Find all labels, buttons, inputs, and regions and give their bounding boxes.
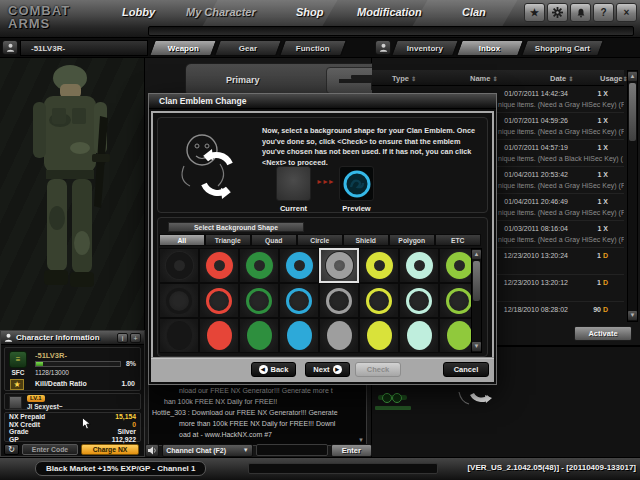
swatch-thin-0[interactable] bbox=[159, 283, 199, 318]
swatch-shape bbox=[446, 288, 472, 314]
chat-enter-button[interactable]: Enter bbox=[331, 444, 372, 457]
status-bar: Black Market +15% EXP/GP - Channel 1 [VE… bbox=[0, 457, 640, 480]
chat-controls: Channel Chat (F2) ▼ Enter bbox=[145, 442, 372, 458]
column-type[interactable]: Type ⇕ bbox=[392, 74, 416, 83]
scrollbar-thumb[interactable] bbox=[473, 261, 480, 301]
swatch-scrollbar[interactable]: ▲ ▼ bbox=[471, 248, 482, 353]
row-desc: nique items. (Need a Gray HiSec Key) (F bbox=[498, 182, 624, 189]
cancel-button[interactable]: Cancel bbox=[443, 362, 489, 377]
tab-label: Inventory bbox=[407, 44, 443, 53]
tab-gear[interactable]: Gear bbox=[214, 40, 282, 56]
shape-tab-shield[interactable]: Shield bbox=[343, 234, 389, 246]
tab-weapon[interactable]: Weapon bbox=[149, 40, 217, 56]
shape-tab-circle[interactable]: Circle bbox=[297, 234, 343, 246]
swatch-thin-6[interactable] bbox=[399, 283, 439, 318]
section-tab-bar: -51LV3R- WeaponGearFunction InventoryInb… bbox=[0, 38, 640, 58]
stat-row: GradeSilver bbox=[5, 428, 140, 436]
swatch-thick-0[interactable] bbox=[159, 248, 199, 283]
person-icon bbox=[4, 333, 13, 342]
status-strip bbox=[248, 463, 438, 474]
swatch-fill-4[interactable] bbox=[319, 318, 359, 353]
swatch-thin-3[interactable] bbox=[279, 283, 319, 318]
tab-shopping-cart[interactable]: Shopping Cart bbox=[521, 40, 604, 56]
swatch-thick-4-selected[interactable] bbox=[319, 248, 359, 283]
swatch-shape bbox=[286, 252, 313, 279]
column-name[interactable]: Name ⇕ bbox=[470, 74, 498, 83]
scroll-up-icon[interactable]: ▲ bbox=[628, 72, 637, 81]
usage-unit: X bbox=[603, 225, 608, 232]
shape-tab-all[interactable]: All bbox=[159, 234, 205, 246]
friend-info-icon[interactable]: i bbox=[117, 333, 128, 343]
swatch-fill-0[interactable] bbox=[159, 318, 199, 353]
swatch-fill-3[interactable] bbox=[279, 318, 319, 353]
swatch-fill-1[interactable] bbox=[199, 318, 239, 353]
column-usage[interactable]: Usage⇕ bbox=[600, 74, 628, 83]
kd-ratio-label: Kill/Death Ratio bbox=[35, 380, 87, 387]
nav-item-modification[interactable]: Modification bbox=[357, 6, 422, 18]
close-icon[interactable]: × bbox=[616, 3, 637, 22]
chat-channel-dropdown[interactable]: Channel Chat (F2) ▼ bbox=[162, 444, 252, 457]
row-usage: 1 D bbox=[597, 252, 608, 259]
inbox-scrollbar[interactable]: ▲ ▼ bbox=[627, 70, 638, 322]
swatch-thick-5[interactable] bbox=[359, 248, 399, 283]
refresh-icon[interactable]: ↻ bbox=[4, 444, 19, 455]
version-string: [VER_US_2.1042.05(48)] - [20110409-13301… bbox=[467, 463, 636, 472]
charge-nx-button[interactable]: Charge NX bbox=[81, 444, 139, 455]
tab-function[interactable]: Function bbox=[279, 40, 347, 56]
character-information-panel: Character Information i + ≡ SFC -51LV3R-… bbox=[0, 330, 145, 457]
scrollbar-thumb[interactable] bbox=[629, 83, 636, 141]
row-desc: nique items. (Need a Black HiSec Key) ( bbox=[498, 155, 623, 162]
star-icon[interactable]: ★ bbox=[524, 3, 545, 22]
shape-tab-etc[interactable]: ETC bbox=[435, 234, 481, 246]
tab-inbox[interactable]: Inbox bbox=[456, 40, 524, 56]
scroll-up-icon[interactable]: ▲ bbox=[472, 250, 481, 259]
clan-box: LV.1 Jl Sexyest~ bbox=[4, 393, 141, 410]
activate-button[interactable]: Activate bbox=[574, 326, 632, 341]
scroll-down-icon[interactable]: ▼ bbox=[472, 342, 481, 351]
usage-unit: X bbox=[603, 198, 608, 205]
speaker-icon[interactable] bbox=[145, 444, 159, 457]
help-icon[interactable]: ? bbox=[593, 3, 614, 22]
shape-tab-polygon[interactable]: Polygon bbox=[389, 234, 435, 246]
preview-emblem-box bbox=[339, 166, 374, 201]
tab-label: Weapon bbox=[168, 44, 199, 53]
rank-box: ≡ SFC -51LV3R- 8% 1128/13000 ★ Kill/Deat… bbox=[4, 347, 141, 391]
swatch-thick-3[interactable] bbox=[279, 248, 319, 283]
enter-code-button[interactable]: Enter Code bbox=[22, 444, 78, 455]
stat-row: GP112,922 bbox=[5, 436, 140, 444]
column-date[interactable]: Date ⇕ bbox=[550, 74, 573, 83]
swatch-thin-2[interactable] bbox=[239, 283, 279, 318]
usage-unit: X bbox=[603, 144, 608, 151]
row-desc: nique items. (Need a Gray HiSec Key) (F bbox=[498, 128, 624, 135]
chat-input[interactable] bbox=[256, 444, 328, 456]
swatch-thin-4[interactable] bbox=[319, 283, 359, 318]
next-button[interactable]: Next▶ bbox=[305, 362, 350, 377]
add-friend-icon[interactable]: + bbox=[130, 333, 141, 343]
nav-item-shop[interactable]: Shop bbox=[296, 6, 324, 18]
swatch-fill-6[interactable] bbox=[399, 318, 439, 353]
swatch-fill-2[interactable] bbox=[239, 318, 279, 353]
shape-tab-quad[interactable]: Quad bbox=[251, 234, 297, 246]
tab-inventory[interactable]: Inventory bbox=[391, 40, 459, 56]
swatch-thick-2[interactable] bbox=[239, 248, 279, 283]
scroll-down-icon[interactable]: ▼ bbox=[628, 311, 637, 320]
item-thumbnail-label bbox=[375, 406, 411, 410]
nav-item-lobby[interactable]: Lobby bbox=[122, 6, 155, 18]
back-button[interactable]: ◀Back bbox=[251, 362, 296, 377]
swatch-thin-1[interactable] bbox=[199, 283, 239, 318]
shape-tab-triangle[interactable]: Triangle bbox=[205, 234, 251, 246]
swatch-thin-5[interactable] bbox=[359, 283, 399, 318]
nav-item-clan[interactable]: Clan bbox=[462, 6, 486, 18]
swatch-shape bbox=[206, 252, 233, 279]
check-button-disabled[interactable]: Check bbox=[355, 362, 401, 377]
chat-line: han 100k FREE NX Daily for FREE!! bbox=[149, 396, 366, 407]
bell-icon[interactable] bbox=[570, 3, 591, 22]
swatch-shape bbox=[326, 252, 353, 279]
nav-item-my-character[interactable]: My Character bbox=[186, 6, 256, 18]
swatch-thick-1[interactable] bbox=[199, 248, 239, 283]
row-usage: 90 D bbox=[593, 306, 608, 313]
gear-icon[interactable] bbox=[547, 3, 568, 22]
medal-star-icon: ★ bbox=[10, 379, 24, 390]
swatch-fill-5[interactable] bbox=[359, 318, 399, 353]
swatch-thick-6[interactable] bbox=[399, 248, 439, 283]
